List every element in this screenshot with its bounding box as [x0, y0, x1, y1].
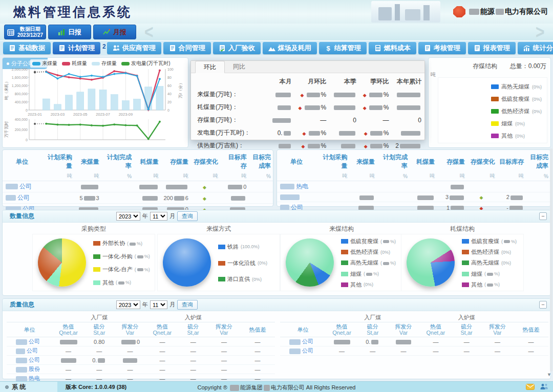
quality-row: 公司———————	[280, 346, 548, 356]
redacted-value	[383, 240, 389, 243]
unit-name[interactable]: 公司	[7, 356, 52, 365]
unit-name[interactable]: 公司	[280, 346, 326, 356]
module-tab-label: 煤场及耗用	[278, 43, 311, 53]
scrollbar[interactable]	[550, 148, 552, 372]
quality-collapse-button[interactable]: −	[539, 301, 547, 309]
quality-col-header: 挥发分Var	[388, 322, 420, 337]
unit-name[interactable]: 公司	[280, 337, 326, 346]
pie-chart-group-0: 采购类型 外部长协 (%) 一体化-外购 (%) 一体化-自产 (%) 其他 (…	[32, 225, 155, 291]
svg-text:2023-05: 2023-05	[73, 112, 88, 117]
date-label: 数据日期	[17, 26, 43, 32]
svg-text:2023-03: 2023-03	[51, 112, 65, 117]
copyright-text: Copyright ® 能源集团电力有限公司 All Rights Reserv…	[0, 384, 553, 391]
monthly-report-button[interactable]: 月报	[93, 25, 136, 39]
data-date-button[interactable]: 数据日期 2023/12/27	[4, 25, 46, 39]
stock-legend: 高热无烟煤(0%) 低硫贫瘦煤(0%) 低热经济煤(0%) 烟煤(0%) 其他(…	[491, 83, 542, 140]
module-tab-label: 入厂验收	[228, 43, 255, 53]
quantity-query-button[interactable]: 查询	[177, 211, 198, 221]
redacted-value	[264, 385, 270, 391]
module-tab-8[interactable]: 考核管理	[418, 42, 466, 54]
svg-text:1,200,000: 1,200,000	[12, 84, 28, 88]
compare-col-header: 季环比	[359, 75, 392, 88]
module-tab-5[interactable]: 煤场及耗用	[263, 42, 317, 54]
stock-legend-item: 烟煤(0%)	[491, 120, 542, 127]
database-icon	[9, 45, 16, 52]
quality-col-header: 挥发分Var	[208, 322, 240, 337]
company-logo-icon	[453, 6, 465, 17]
module-tab-2[interactable]: 供应商管理	[107, 42, 161, 54]
status-bar: 系 统 版本 Core: 1.0.0.49 (38) Copyright ® 能…	[0, 381, 553, 392]
legend-item: 来煤量	[32, 60, 57, 67]
module-tab-3[interactable]: 合同管理	[163, 42, 211, 54]
svg-text:2023-01: 2023-01	[28, 112, 42, 117]
module-tab-4[interactable]: 入厂验收	[213, 42, 261, 54]
module-tab-1[interactable]: 计划管理	[53, 42, 100, 54]
scroll-right-icon[interactable]: >	[536, 22, 545, 43]
redacted-value	[137, 255, 143, 258]
compare-tab-0[interactable]: 环比	[195, 61, 225, 73]
redacted-value	[504, 240, 510, 243]
legend-item: 发电量(万千瓦时)	[121, 60, 171, 67]
scroll-down-icon[interactable]: ▼	[547, 372, 551, 377]
redacted-value	[496, 9, 504, 15]
svg-text:40: 40	[167, 92, 172, 96]
quantity-month-select[interactable]: 11	[150, 212, 167, 221]
unit-name[interactable]: 公司	[3, 192, 40, 204]
svg-text:0: 0	[26, 138, 28, 142]
company-brand: 能源电力有限公司	[453, 6, 548, 17]
quantity-section-header: 数量信息 2023 年 11 月 查询 −	[3, 210, 550, 223]
redacted-value	[308, 144, 320, 148]
module-tab-9[interactable]: 报表管理	[468, 42, 516, 54]
svg-text:2023-07: 2023-07	[96, 112, 110, 117]
quality-col-header: 挥发分Var	[481, 322, 514, 337]
compare-col-header: 月环比	[295, 75, 330, 88]
quantity-collapse-button[interactable]: −	[539, 212, 547, 220]
svg-text:2,000,000: 2,000,000	[12, 68, 28, 71]
daily-report-button[interactable]: 日报	[48, 25, 91, 39]
svg-text:0: 0	[167, 108, 169, 112]
redacted-value	[280, 184, 294, 189]
unit-name[interactable]: 股份	[7, 365, 52, 374]
quality-col-header: 单位	[280, 322, 326, 337]
redacted-value	[341, 144, 355, 148]
redacted-value	[130, 243, 136, 246]
pie-chart-group-2: 来煤结构 低硫贫瘦煤 (%) 低热经济煤 (0%) 高热无烟煤 (%) 烟煤 (…	[280, 225, 403, 291]
module-tab-label: 报表管理	[483, 43, 510, 53]
redacted-value	[61, 358, 76, 363]
compare-tab-1[interactable]: 同比	[225, 61, 253, 73]
quality-col-header: 热值Qnet,ar	[326, 322, 358, 337]
summary-col-header: 计划采购量	[315, 152, 350, 171]
unit-name[interactable]: 公司	[7, 337, 52, 346]
monthly-report-icon	[103, 29, 110, 36]
quality-col-header: 热值Qnet,ar	[419, 322, 452, 337]
quality-col-header: 硫分St,ar	[358, 322, 388, 337]
quality-month-select[interactable]: 11	[150, 300, 167, 309]
unit-name[interactable]: 公司	[7, 346, 52, 356]
quality-row: 公司———————	[7, 346, 275, 356]
pie-chart	[407, 238, 455, 287]
unit-name[interactable]	[277, 192, 315, 202]
module-tab-7[interactable]: 燃料成本	[369, 42, 416, 54]
redacted-value	[284, 131, 291, 136]
redacted-value	[487, 273, 493, 276]
users-icon[interactable]	[540, 383, 549, 392]
redacted-value	[334, 93, 355, 97]
module-tab-10[interactable]: 统计分析	[518, 42, 553, 54]
scroll-left-icon[interactable]: <	[144, 22, 154, 43]
quality-title: 质量信息	[10, 300, 34, 309]
mail-icon[interactable]	[526, 383, 535, 392]
quantity-year-select[interactable]: 2023	[116, 212, 140, 221]
module-tab-0[interactable]: 基础数据	[3, 42, 51, 54]
summary-col-header: 单位	[3, 152, 40, 171]
unit-name[interactable]: 热电	[277, 181, 315, 192]
summary-row: 公司532006◆	[3, 192, 273, 204]
module-tab-6[interactable]: $ 结算管理	[319, 42, 367, 54]
redacted-value	[383, 262, 389, 265]
quality-query-button[interactable]: 查询	[177, 300, 198, 310]
unit-name[interactable]: 公司	[3, 181, 40, 192]
quality-year-select[interactable]: 2023	[116, 300, 140, 309]
group-header: 入炉煤	[146, 313, 240, 322]
module-tab-label: 考核管理	[434, 43, 460, 53]
redacted-value	[98, 358, 105, 363]
summary-col-header: 存煤变化	[467, 152, 497, 171]
